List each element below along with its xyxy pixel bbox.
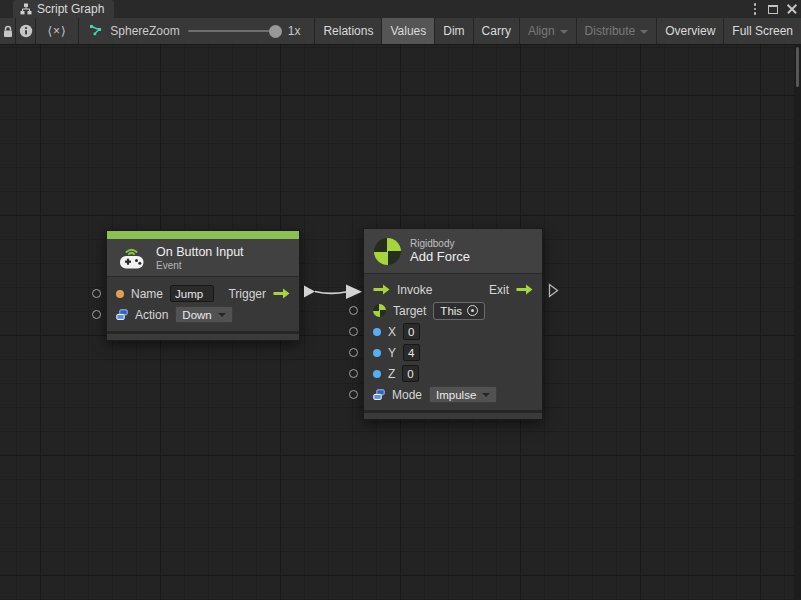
flow-output-arrow-icon[interactable]: [516, 284, 533, 295]
maximize-icon[interactable]: [768, 5, 778, 14]
port-row-x: X: [364, 321, 542, 342]
graph-hierarchy-icon: [20, 3, 32, 15]
value-port-circle[interactable]: [92, 310, 101, 319]
y-input[interactable]: [403, 344, 420, 361]
titlebar: Script Graph: [0, 0, 801, 18]
port-label: Invoke: [397, 283, 432, 297]
graph-object-name: Sphere: [110, 24, 149, 38]
node-body: Invoke Exit Target This: [364, 274, 542, 410]
object-picker-icon[interactable]: [467, 305, 478, 316]
vertical-scrollbar[interactable]: [794, 45, 801, 600]
scrollbar-thumb[interactable]: [796, 47, 799, 87]
action-dropdown[interactable]: Down: [175, 306, 232, 323]
port-row-invoke: Invoke Exit: [364, 279, 542, 300]
chevron-down-icon: [560, 30, 568, 34]
lock-button[interactable]: [0, 18, 16, 44]
value-port-circle[interactable]: [92, 289, 101, 298]
port-row-y: Y: [364, 342, 542, 363]
x-input[interactable]: [403, 323, 420, 340]
info-icon: [19, 24, 33, 38]
zoom-label: Zoom: [149, 24, 180, 38]
value-port-circle[interactable]: [349, 390, 358, 399]
chevron-down-icon: [218, 313, 226, 317]
port-row-action: Action Down: [107, 304, 299, 325]
port-label: Y: [388, 346, 396, 360]
close-icon[interactable]: [787, 4, 797, 14]
toolbar-button-relations[interactable]: Relations: [315, 18, 382, 44]
mode-dropdown[interactable]: Impulse: [429, 386, 497, 403]
code-view-button[interactable]: ⟨×⟩: [36, 18, 79, 44]
port-row-mode: Mode Impulse: [364, 384, 542, 405]
zoom-control: Zoom 1x: [149, 24, 304, 38]
chevron-down-icon: [482, 393, 490, 397]
node-header[interactable]: On Button Input Event: [107, 239, 299, 277]
enum-port-icon[interactable]: [373, 389, 385, 401]
exit-flow-stub-icon[interactable]: [548, 283, 559, 298]
toolbar-button-distribute[interactable]: Distribute: [577, 18, 658, 44]
value-port-circle[interactable]: [349, 327, 358, 336]
rigidbody-icon: [374, 238, 401, 265]
port-label: Z: [388, 367, 395, 381]
port-label: Exit: [489, 283, 509, 297]
node-footer: [107, 331, 299, 340]
node-header[interactable]: Rigidbody Add Force: [364, 229, 542, 274]
port-label: Target: [393, 304, 426, 318]
flow-input-arrow-icon[interactable]: [373, 284, 390, 295]
zoom-value: 1x: [288, 24, 301, 38]
toolbar-button-fullscreen[interactable]: Full Screen: [724, 18, 801, 44]
flow-output-arrow-icon[interactable]: [273, 288, 290, 299]
script-graph-window: Script Graph ⟨×⟩: [0, 0, 801, 600]
node-body: Name Trigger Action Dow: [107, 277, 299, 331]
port-row-name: Name Trigger: [107, 283, 299, 304]
port-row-target: Target This: [364, 300, 542, 321]
rigidbody-port-icon[interactable]: [373, 304, 386, 317]
menu-kebab-icon[interactable]: [751, 1, 760, 17]
graph-info-segment: Sphere Zoom 1x: [79, 18, 315, 44]
value-port-circle[interactable]: [349, 369, 358, 378]
float-port-icon[interactable]: [373, 370, 381, 378]
toolbar-button-overview[interactable]: Overview: [657, 18, 724, 44]
name-input[interactable]: [170, 285, 214, 302]
zoom-slider[interactable]: [188, 30, 280, 32]
port-label: Mode: [392, 388, 422, 402]
graph-canvas[interactable]: On Button Input Event Name Trigger: [0, 45, 801, 600]
port-label: Name: [131, 287, 163, 301]
gamepad-input-icon: [117, 245, 147, 271]
node-title: Add Force: [410, 249, 470, 264]
code-icon: ⟨×⟩: [47, 24, 66, 38]
port-row-z: Z: [364, 363, 542, 384]
node-category: Rigidbody: [410, 238, 470, 249]
target-object-field[interactable]: This: [433, 302, 485, 320]
connection-trigger-to-invoke[interactable]: [302, 283, 364, 300]
port-label: Action: [135, 308, 168, 322]
node-footer: [364, 410, 542, 419]
toolbar-button-align[interactable]: Align: [520, 18, 577, 44]
float-port-icon[interactable]: [373, 328, 381, 336]
node-title: On Button Input: [156, 245, 244, 259]
titlebar-controls: [751, 0, 798, 18]
enum-port-icon[interactable]: [116, 309, 128, 321]
graph-toolbar: ⟨×⟩ Sphere Zoom 1x Relations Values Dim …: [0, 18, 801, 45]
chevron-down-icon: [640, 30, 648, 34]
zoom-slider-knob[interactable]: [269, 25, 282, 38]
value-port-circle[interactable]: [349, 348, 358, 357]
toolbar-button-dim[interactable]: Dim: [435, 18, 473, 44]
value-port-circle[interactable]: [349, 306, 358, 315]
port-label: Trigger: [228, 287, 266, 301]
node-accent-bar: [107, 231, 299, 239]
tab-script-graph[interactable]: Script Graph: [13, 0, 114, 18]
node-subtitle: Event: [156, 260, 244, 271]
tab-label: Script Graph: [37, 2, 104, 16]
info-button[interactable]: [16, 18, 36, 44]
lock-icon: [2, 25, 14, 38]
z-input[interactable]: [402, 365, 419, 382]
toolbar-button-carry[interactable]: Carry: [474, 18, 520, 44]
float-port-icon[interactable]: [373, 349, 381, 357]
port-label: X: [388, 325, 396, 339]
node-on-button-input[interactable]: On Button Input Event Name Trigger: [106, 230, 300, 341]
string-port-icon[interactable]: [116, 290, 124, 298]
toolbar-button-values[interactable]: Values: [382, 18, 435, 44]
node-add-force[interactable]: Rigidbody Add Force Invoke Exit: [363, 228, 543, 420]
graph-pointer-icon: [89, 24, 104, 38]
